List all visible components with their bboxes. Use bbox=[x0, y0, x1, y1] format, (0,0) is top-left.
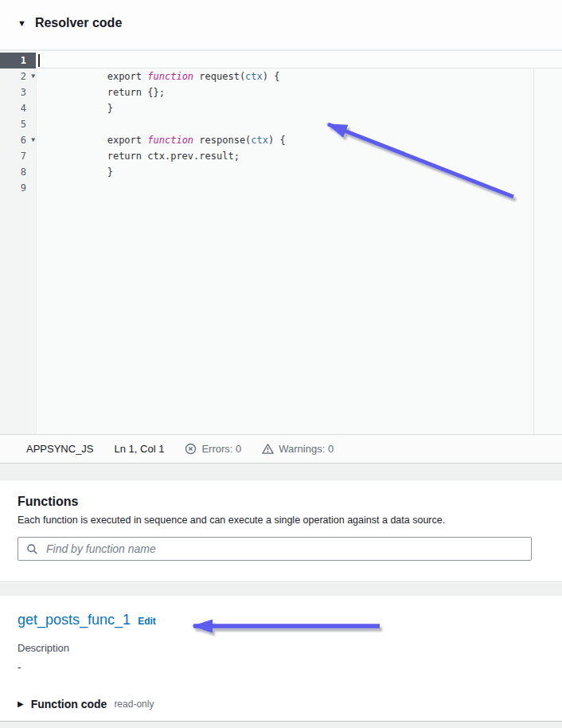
function-search-input[interactable] bbox=[45, 542, 523, 556]
code-line: 3 return {}; bbox=[0, 84, 562, 100]
code-line: 7 return ctx.prev.result; bbox=[0, 148, 562, 164]
code-line: 4 } bbox=[0, 100, 562, 116]
function-code-toggle[interactable]: ▶ Function code read-only bbox=[18, 698, 562, 710]
edit-function-link[interactable]: Edit bbox=[138, 616, 156, 627]
search-icon bbox=[26, 543, 38, 555]
code-line-text[interactable] bbox=[36, 53, 562, 68]
line-number: 6▼ bbox=[0, 132, 36, 148]
line-number: 7 bbox=[0, 148, 36, 164]
code-line-text[interactable]: export function response(ctx) { bbox=[36, 132, 562, 148]
code-line: 5 bbox=[0, 116, 562, 132]
line-number: 3 bbox=[0, 84, 36, 100]
collapse-triangle-icon: ▼ bbox=[18, 19, 26, 28]
warnings-status: Warnings: 0 bbox=[262, 443, 334, 455]
fold-arrow-icon[interactable]: ▼ bbox=[31, 132, 35, 148]
errors-status: Errors: 0 bbox=[185, 443, 241, 455]
line-number: 4 bbox=[0, 100, 36, 116]
editor-lines: 12▼ export function request(ctx) {3 retu… bbox=[0, 53, 562, 196]
line-number: 5 bbox=[0, 116, 36, 132]
errors-label: Errors: 0 bbox=[201, 443, 241, 455]
page-bottom-margin bbox=[0, 722, 562, 728]
description-value: - bbox=[18, 661, 562, 673]
warning-triangle-icon bbox=[262, 443, 274, 455]
code-line: 1 bbox=[0, 53, 562, 68]
section-divider bbox=[0, 583, 562, 596]
section-divider bbox=[0, 464, 562, 480]
cursor-position-label: Ln 1, Col 1 bbox=[115, 443, 165, 455]
description-label: Description bbox=[18, 642, 562, 654]
function-card: get_posts_func_1 Edit Description - ▶ Fu… bbox=[0, 596, 562, 722]
code-line: 8 } bbox=[0, 164, 562, 180]
fold-arrow-icon[interactable]: ▼ bbox=[31, 68, 35, 84]
warnings-label: Warnings: 0 bbox=[279, 443, 334, 455]
functions-section: Functions Each function is executed in s… bbox=[0, 480, 562, 582]
code-line-text[interactable]: } bbox=[36, 164, 562, 180]
function-code-label: Function code bbox=[31, 698, 107, 710]
code-line-text[interactable]: return {}; bbox=[36, 84, 562, 100]
code-line: 2▼ export function request(ctx) { bbox=[0, 68, 562, 84]
code-line-text[interactable]: } bbox=[36, 100, 562, 116]
code-line-text[interactable] bbox=[36, 116, 562, 132]
functions-title: Functions bbox=[18, 495, 562, 509]
resolver-code-toggle[interactable]: ▼ Resolver code bbox=[0, 0, 562, 30]
error-circle-icon bbox=[185, 443, 197, 455]
function-name-link[interactable]: get_posts_func_1 bbox=[18, 612, 131, 628]
editor-language-label: APPSYNC_JS bbox=[26, 443, 94, 455]
line-number: 9 bbox=[0, 180, 36, 196]
functions-description: Each function is executed in sequence an… bbox=[18, 515, 562, 526]
code-editor[interactable]: 12▼ export function request(ctx) {3 retu… bbox=[0, 49, 562, 434]
code-line: 9 bbox=[0, 180, 562, 196]
editor-status-bar: APPSYNC_JS Ln 1, Col 1 Errors: 0 Warning… bbox=[0, 434, 562, 464]
code-line-text[interactable]: export function request(ctx) { bbox=[36, 68, 562, 84]
line-number: 1 bbox=[0, 53, 36, 68]
text-cursor bbox=[38, 54, 40, 67]
line-number: 8 bbox=[0, 164, 36, 180]
code-line-text[interactable] bbox=[36, 180, 562, 196]
code-line-text[interactable]: return ctx.prev.result; bbox=[36, 148, 562, 164]
resolver-code-section: ▼ Resolver code bbox=[0, 0, 562, 49]
read-only-badge: read-only bbox=[114, 699, 154, 710]
code-line: 6▼ export function response(ctx) { bbox=[0, 132, 562, 148]
expand-triangle-icon: ▶ bbox=[18, 700, 24, 708]
line-number: 2▼ bbox=[0, 68, 36, 84]
function-search-box[interactable] bbox=[18, 537, 532, 561]
appsync-resolver-page: ▼ Resolver code 12▼ export function requ… bbox=[0, 0, 562, 728]
resolver-code-title: Resolver code bbox=[35, 16, 122, 30]
